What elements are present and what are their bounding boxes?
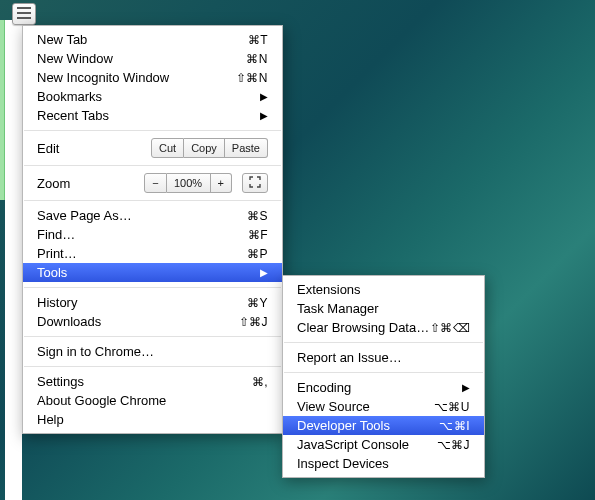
svg-rect-2 bbox=[17, 17, 31, 19]
menu-label: Developer Tools bbox=[297, 418, 439, 433]
svg-rect-0 bbox=[17, 7, 31, 9]
zoom-level-display: 100% bbox=[167, 173, 211, 193]
menu-shortcut: ⌘Y bbox=[247, 296, 268, 310]
menu-separator bbox=[284, 372, 483, 373]
menu-item-recent-tabs[interactable]: Recent Tabs ▶ bbox=[23, 106, 282, 125]
menu-item-about-chrome[interactable]: About Google Chrome bbox=[23, 391, 282, 410]
menu-label: Edit bbox=[37, 141, 151, 156]
edit-button-group: Cut Copy Paste bbox=[151, 138, 268, 158]
submenu-item-developer-tools[interactable]: Developer Tools ⌥⌘I bbox=[283, 416, 484, 435]
submenu-item-view-source[interactable]: View Source ⌥⌘U bbox=[283, 397, 484, 416]
menu-label: Task Manager bbox=[297, 301, 470, 316]
submenu-arrow-icon: ▶ bbox=[260, 267, 268, 278]
menu-label: Recent Tabs bbox=[37, 108, 260, 123]
menu-separator bbox=[24, 165, 281, 166]
fullscreen-button[interactable] bbox=[242, 173, 268, 193]
submenu-arrow-icon: ▶ bbox=[462, 382, 470, 393]
menu-label: View Source bbox=[297, 399, 434, 414]
paste-button[interactable]: Paste bbox=[225, 138, 268, 158]
menu-shortcut: ⌘N bbox=[246, 52, 268, 66]
menu-shortcut: ⌥⌘J bbox=[437, 438, 471, 452]
submenu-item-javascript-console[interactable]: JavaScript Console ⌥⌘J bbox=[283, 435, 484, 454]
submenu-arrow-icon: ▶ bbox=[260, 110, 268, 121]
hamburger-icon bbox=[17, 7, 31, 22]
menu-shortcut: ⌥⌘I bbox=[439, 419, 470, 433]
menu-label: Encoding bbox=[297, 380, 462, 395]
menu-item-zoom: Zoom − 100% + bbox=[23, 171, 282, 195]
menu-shortcut: ⇧⌘J bbox=[239, 315, 269, 329]
menu-shortcut: ⇧⌘N bbox=[236, 71, 268, 85]
submenu-arrow-icon: ▶ bbox=[260, 91, 268, 102]
menu-separator bbox=[24, 130, 281, 131]
menu-separator bbox=[24, 336, 281, 337]
menu-separator bbox=[24, 200, 281, 201]
menu-label: History bbox=[37, 295, 247, 310]
menu-separator bbox=[24, 366, 281, 367]
menu-item-new-incognito-window[interactable]: New Incognito Window ⇧⌘N bbox=[23, 68, 282, 87]
menu-shortcut: ⌘P bbox=[247, 247, 268, 261]
menu-item-print[interactable]: Print… ⌘P bbox=[23, 244, 282, 263]
menu-label: Report an Issue… bbox=[297, 350, 470, 365]
menu-label: Zoom bbox=[37, 176, 144, 191]
menu-shortcut: ⌥⌘U bbox=[434, 400, 470, 414]
menu-label: New Incognito Window bbox=[37, 70, 236, 85]
menu-item-history[interactable]: History ⌘Y bbox=[23, 293, 282, 312]
menu-label: Settings bbox=[37, 374, 252, 389]
submenu-item-report-issue[interactable]: Report an Issue… bbox=[283, 348, 484, 367]
desktop-background: New Tab ⌘T New Window ⌘N New Incognito W… bbox=[0, 0, 595, 500]
menu-item-edit: Edit Cut Copy Paste bbox=[23, 136, 282, 160]
menu-item-help[interactable]: Help bbox=[23, 410, 282, 429]
menu-item-settings[interactable]: Settings ⌘, bbox=[23, 372, 282, 391]
menu-shortcut: ⌘S bbox=[247, 209, 268, 223]
menu-label: Bookmarks bbox=[37, 89, 260, 104]
menu-label: New Window bbox=[37, 51, 246, 66]
menu-separator bbox=[24, 287, 281, 288]
submenu-item-encoding[interactable]: Encoding ▶ bbox=[283, 378, 484, 397]
cut-button[interactable]: Cut bbox=[151, 138, 184, 158]
menu-label: Extensions bbox=[297, 282, 470, 297]
menu-label: JavaScript Console bbox=[297, 437, 437, 452]
menu-label: New Tab bbox=[37, 32, 248, 47]
submenu-item-clear-browsing-data[interactable]: Clear Browsing Data… ⇧⌘⌫ bbox=[283, 318, 484, 337]
menu-shortcut: ⌘T bbox=[248, 33, 268, 47]
menu-item-tools[interactable]: Tools ▶ bbox=[23, 263, 282, 282]
menu-shortcut: ⌘, bbox=[252, 375, 268, 389]
fullscreen-icon bbox=[249, 176, 261, 190]
menu-item-find[interactable]: Find… ⌘F bbox=[23, 225, 282, 244]
menu-label: Downloads bbox=[37, 314, 239, 329]
menu-item-new-tab[interactable]: New Tab ⌘T bbox=[23, 30, 282, 49]
menu-label: Save Page As… bbox=[37, 208, 247, 223]
zoom-in-button[interactable]: + bbox=[211, 173, 232, 193]
menu-label: Find… bbox=[37, 227, 248, 242]
submenu-item-extensions[interactable]: Extensions bbox=[283, 280, 484, 299]
menu-label: Help bbox=[37, 412, 268, 427]
svg-rect-1 bbox=[17, 12, 31, 14]
menu-shortcut: ⇧⌘⌫ bbox=[430, 321, 471, 335]
menu-item-new-window[interactable]: New Window ⌘N bbox=[23, 49, 282, 68]
menu-item-sign-in[interactable]: Sign in to Chrome… bbox=[23, 342, 282, 361]
menu-label: Clear Browsing Data… bbox=[297, 320, 430, 335]
chrome-main-menu: New Tab ⌘T New Window ⌘N New Incognito W… bbox=[22, 25, 283, 434]
copy-button[interactable]: Copy bbox=[184, 138, 225, 158]
menu-separator bbox=[284, 342, 483, 343]
menu-label: Inspect Devices bbox=[297, 456, 470, 471]
menu-label: Sign in to Chrome… bbox=[37, 344, 268, 359]
browser-chrome-edge bbox=[5, 20, 22, 500]
menu-label: Print… bbox=[37, 246, 247, 261]
menu-item-save-page-as[interactable]: Save Page As… ⌘S bbox=[23, 206, 282, 225]
zoom-out-button[interactable]: − bbox=[144, 173, 166, 193]
tools-submenu: Extensions Task Manager Clear Browsing D… bbox=[282, 275, 485, 478]
menu-item-bookmarks[interactable]: Bookmarks ▶ bbox=[23, 87, 282, 106]
menu-item-downloads[interactable]: Downloads ⇧⌘J bbox=[23, 312, 282, 331]
chrome-menu-button[interactable] bbox=[12, 3, 36, 25]
submenu-item-inspect-devices[interactable]: Inspect Devices bbox=[283, 454, 484, 473]
menu-label: Tools bbox=[37, 265, 260, 280]
zoom-button-group: − 100% + bbox=[144, 173, 232, 193]
menu-shortcut: ⌘F bbox=[248, 228, 268, 242]
menu-label: About Google Chrome bbox=[37, 393, 268, 408]
submenu-item-task-manager[interactable]: Task Manager bbox=[283, 299, 484, 318]
